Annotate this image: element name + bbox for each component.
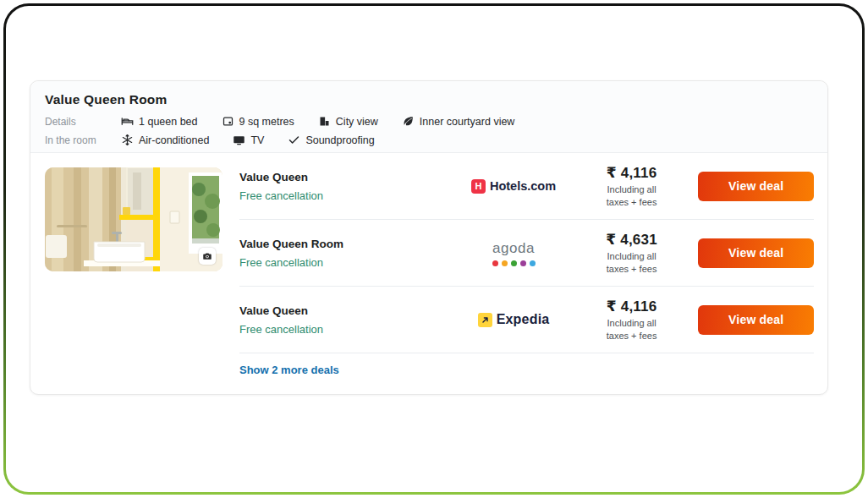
deal-policy: Free cancellation: [239, 323, 450, 336]
brand-name: agoda: [492, 240, 535, 257]
feature-label: TV: [250, 134, 264, 146]
deal-row-expedia[interactable]: Value Queen Free cancellation Expedia ₹ …: [239, 287, 814, 353]
agoda-dots-icon: [492, 260, 536, 266]
in-room-label: In the room: [45, 134, 121, 146]
expedia-logo: Expedia: [478, 312, 550, 327]
feature-label: 9 sq metres: [239, 116, 294, 128]
room-photo[interactable]: [45, 167, 222, 271]
view-deal-button[interactable]: View deal: [698, 238, 814, 268]
room-photo-image: [45, 167, 222, 271]
deal-price-block: ₹ 4,631 Including all taxes + fees: [577, 231, 687, 276]
price-note-line1: Including all: [607, 251, 656, 261]
room-card-header: Value Queen Room Details 1 queen bed: [30, 81, 827, 153]
agoda-logo: agoda: [492, 240, 536, 266]
leaf-icon: [402, 115, 415, 128]
price-note-line1: Including all: [607, 318, 656, 328]
view-deal-button[interactable]: View deal: [698, 172, 814, 201]
feature-courtyard-view: Inner courtyard view: [402, 115, 515, 128]
deal-price-block: ₹ 4,116 Including all taxes + fees: [577, 164, 687, 209]
price-value: ₹ 4,116: [577, 164, 687, 182]
price-note-line2: taxes + fees: [607, 264, 657, 274]
brand-name: Hotels.com: [490, 179, 556, 193]
deal-info: Value Queen Free cancellation: [239, 171, 450, 202]
deal-brand: Expedia: [450, 312, 577, 327]
room-title: Value Queen Room: [45, 92, 813, 107]
deals-section: Value Queen Free cancellation H Hotels.c…: [30, 153, 827, 377]
details-label: Details: [45, 116, 121, 128]
deals-list: Value Queen Free cancellation H Hotels.c…: [239, 153, 814, 377]
feature-air-conditioned: Air-conditioned: [121, 134, 209, 146]
price-note: Including all taxes + fees: [577, 183, 687, 209]
price-note-line2: taxes + fees: [607, 331, 657, 341]
feature-queen-bed: 1 queen bed: [121, 115, 198, 128]
feature-label: 1 queen bed: [139, 116, 198, 128]
feature-label: City view: [336, 116, 378, 128]
bed-icon: [121, 115, 134, 128]
snowflake-icon: [121, 134, 134, 146]
city-view-icon: [318, 115, 331, 128]
brand-name: Expedia: [497, 312, 550, 327]
price-note-line1: Including all: [607, 184, 656, 194]
feature-soundproofing: Soundproofing: [288, 134, 374, 146]
deal-name: Value Queen: [239, 304, 450, 317]
price-note: Including all taxes + fees: [577, 317, 687, 342]
price-note-line2: taxes + fees: [607, 197, 657, 207]
hotels-com-logo: H Hotels.com: [471, 179, 556, 194]
details-features: 1 queen bed 9 sq metres City view: [121, 115, 514, 128]
deal-name: Value Queen: [239, 171, 450, 183]
deal-policy: Free cancellation: [239, 256, 450, 269]
view-deal-button[interactable]: View deal: [698, 305, 814, 335]
camera-icon[interactable]: [199, 248, 216, 265]
in-room-features: Air-conditioned TV Soundproofing: [121, 134, 375, 146]
in-room-row: In the room Air-conditioned TV: [45, 134, 813, 146]
feature-tv: TV: [233, 134, 264, 146]
feature-label: Air-conditioned: [139, 134, 209, 146]
deal-name: Value Queen Room: [239, 238, 450, 250]
deal-policy: Free cancellation: [239, 189, 450, 202]
deal-row-hotels-com[interactable]: Value Queen Free cancellation H Hotels.c…: [239, 153, 814, 220]
show-more-deals-link[interactable]: Show 2 more deals: [239, 364, 339, 376]
checkmark-icon: [288, 134, 300, 146]
hotels-com-logo-icon: H: [471, 179, 486, 194]
feature-label: Inner courtyard view: [420, 116, 515, 128]
expedia-arrow-icon: [478, 313, 492, 327]
room-deals-card: Value Queen Room Details 1 queen bed: [30, 80, 828, 395]
feature-city-view: City view: [318, 115, 378, 128]
price-value: ₹ 4,631: [577, 231, 687, 249]
deal-price-block: ₹ 4,116 Including all taxes + fees: [577, 298, 687, 342]
deal-info: Value Queen Free cancellation: [239, 304, 450, 336]
room-size-icon: [222, 115, 234, 128]
deal-info: Value Queen Room Free cancellation: [239, 238, 450, 269]
feature-label: Soundproofing: [305, 134, 374, 146]
price-value: ₹ 4,116: [577, 298, 687, 315]
deal-row-agoda[interactable]: Value Queen Room Free cancellation agoda…: [239, 220, 814, 287]
details-row: Details 1 queen bed 9 sq metres: [45, 115, 813, 128]
feature-room-size: 9 sq metres: [222, 115, 294, 128]
deal-brand: H Hotels.com: [450, 179, 577, 194]
price-note: Including all taxes + fees: [577, 250, 687, 276]
page-background: Value Queen Room Details 1 queen bed: [0, 0, 868, 498]
tv-icon: [233, 134, 245, 146]
deal-brand: agoda: [450, 240, 577, 266]
